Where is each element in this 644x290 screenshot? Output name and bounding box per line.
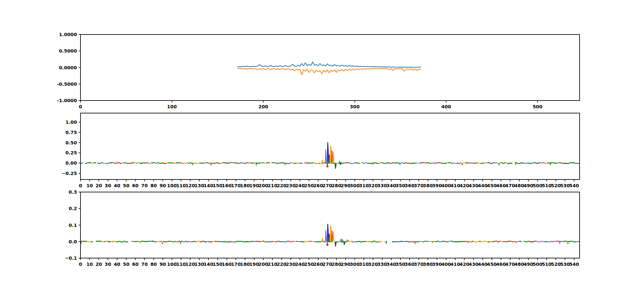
spike-cluster — [322, 224, 348, 246]
x-tick-label: 470 — [505, 262, 515, 267]
x-tick-label: 130 — [194, 262, 204, 267]
x-tick-label: 20 — [96, 183, 102, 188]
y-tick-label: −0.1 — [65, 256, 77, 261]
x-tick-label: 270 — [322, 262, 332, 267]
spike-marker — [327, 244, 328, 246]
x-tick-label: 450 — [487, 262, 497, 267]
y-tick-label: 1.00 — [65, 120, 77, 125]
x-tick-label: 80 — [150, 262, 157, 267]
x-tick-label: 170 — [231, 262, 241, 267]
x-tick-label: 260 — [313, 183, 323, 188]
x-tick-label: 420 — [459, 262, 469, 267]
x-tick-label: 470 — [505, 183, 515, 188]
x-tick-label: 310 — [359, 262, 369, 267]
spike-marker — [327, 165, 328, 167]
spike-stroke — [327, 224, 329, 241]
spike-stroke — [329, 234, 330, 242]
y-tick-label: 0.25 — [65, 150, 77, 155]
x-tick-label: 320 — [368, 183, 378, 188]
baseline-dot — [180, 242, 181, 244]
x-tick-label: 490 — [524, 262, 533, 267]
x-tick-label: 360 — [405, 262, 414, 267]
x-tick-label: 160 — [222, 183, 232, 188]
x-tick-label: 170 — [231, 183, 241, 188]
y-tick-label: -0.5000 — [57, 82, 77, 87]
x-tick-label: 200 — [259, 262, 268, 267]
x-tick-label: 90 — [159, 262, 166, 267]
baseline-dot — [567, 243, 569, 244]
x-tick-label: 70 — [141, 183, 148, 188]
x-tick-label: 390 — [432, 183, 442, 188]
x-tick-label: 440 — [478, 183, 488, 188]
y-tick-label: −0.25 — [62, 171, 77, 176]
panel-middle: 0102030405060708090100110120130140150160… — [62, 113, 580, 188]
axes-frame — [80, 192, 580, 258]
x-tick-label: 10 — [86, 183, 93, 188]
x-tick-label: 110 — [176, 183, 186, 188]
x-tick-label: 40 — [114, 262, 120, 267]
x-tick-label: 240 — [295, 262, 305, 267]
x-tick-label: 400 — [441, 104, 451, 109]
x-tick-label: 100 — [167, 183, 177, 188]
y-tick-label: 0.0 — [69, 239, 77, 244]
x-tick-label: 20 — [96, 262, 102, 267]
x-tick-label: 50 — [123, 183, 129, 188]
x-tick-label: 160 — [222, 262, 232, 267]
x-tick-label: 500 — [533, 262, 542, 267]
x-tick-label: 100 — [167, 262, 177, 267]
x-tick-label: 270 — [322, 183, 332, 188]
x-tick-label: 290 — [341, 183, 350, 188]
x-tick-label: 280 — [332, 183, 341, 188]
x-tick-label: 300 — [350, 262, 360, 267]
x-tick-label: 310 — [359, 183, 369, 188]
spike-stroke — [329, 155, 330, 163]
x-tick-label: 400 — [441, 183, 451, 188]
x-tick-label: 320 — [368, 262, 378, 267]
y-tick-label: 0.5000 — [59, 48, 77, 53]
x-tick-label: 60 — [132, 262, 138, 267]
x-tick-label: 190 — [249, 262, 259, 267]
axes-frame — [80, 34, 580, 101]
x-tick-label: 330 — [377, 183, 387, 188]
x-tick-label: 100 — [167, 104, 177, 109]
x-tick-label: 540 — [569, 183, 579, 188]
x-tick-label: 180 — [240, 262, 250, 267]
x-tick-label: 530 — [560, 183, 570, 188]
x-tick-label: 300 — [350, 183, 360, 188]
spike-stroke — [332, 151, 333, 163]
x-tick-label: 330 — [377, 262, 387, 267]
x-tick-label: 480 — [514, 262, 524, 267]
y-tick-label: 0.2 — [69, 206, 77, 211]
spike-stroke — [340, 239, 343, 242]
near-zero-baseline — [80, 163, 579, 166]
x-tick-label: 430 — [469, 262, 478, 267]
x-tick-label: 390 — [432, 262, 442, 267]
x-tick-label: 440 — [478, 262, 488, 267]
x-tick-label: 0 — [79, 104, 82, 109]
x-tick-label: 510 — [542, 262, 552, 267]
x-tick-label: 500 — [533, 183, 542, 188]
x-tick-label: 520 — [551, 183, 561, 188]
spike-stroke — [330, 146, 331, 163]
y-tick-label: 0.50 — [65, 140, 77, 145]
x-tick-label: 430 — [469, 183, 478, 188]
x-tick-label: 200 — [259, 183, 268, 188]
x-tick-label: 380 — [423, 262, 433, 267]
x-tick-label: 40 — [114, 183, 120, 188]
waveform-upper-blue — [238, 62, 421, 67]
figure: 01002003004005001.00000.50000.0000-0.500… — [0, 0, 644, 290]
x-tick-label: 150 — [213, 183, 223, 188]
spike-stroke — [327, 143, 329, 162]
x-tick-label: 340 — [386, 262, 396, 267]
x-tick-label: 110 — [176, 262, 186, 267]
baseline-dot — [461, 164, 463, 165]
x-tick-label: 140 — [204, 262, 213, 267]
x-tick-label: 120 — [185, 262, 195, 267]
spike-stroke — [322, 160, 323, 163]
axes-frame — [80, 113, 580, 179]
spike-stroke — [333, 152, 334, 163]
x-tick-label: 410 — [450, 262, 460, 267]
x-tick-label: 220 — [277, 183, 286, 188]
x-tick-label: 120 — [185, 183, 195, 188]
x-tick-label: 250 — [304, 262, 314, 267]
